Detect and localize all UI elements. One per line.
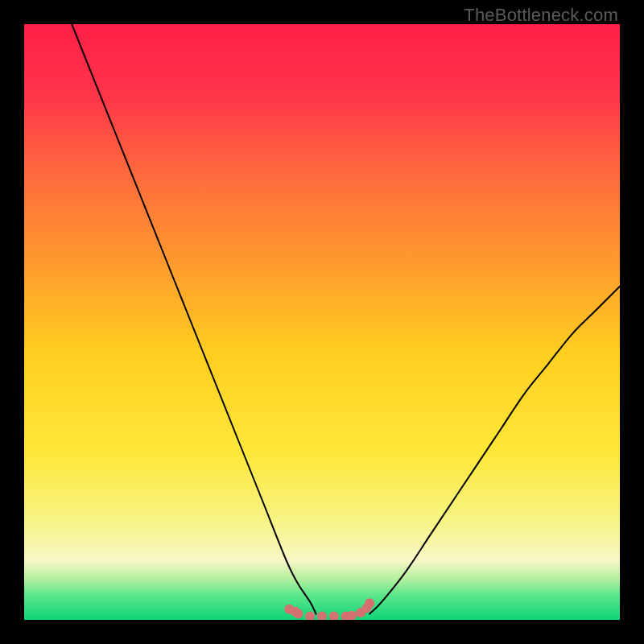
data-marker [329,612,339,620]
left-curve [72,24,316,614]
data-marker [305,612,315,620]
right-curve [369,287,620,614]
plot-area [24,24,620,620]
data-marker [317,612,327,620]
watermark-text: TheBottleneck.com [464,5,618,26]
chart-frame: TheBottleneck.com [0,0,644,644]
chart-curves [24,24,620,620]
data-marker [293,609,303,619]
data-marker [365,598,374,608]
